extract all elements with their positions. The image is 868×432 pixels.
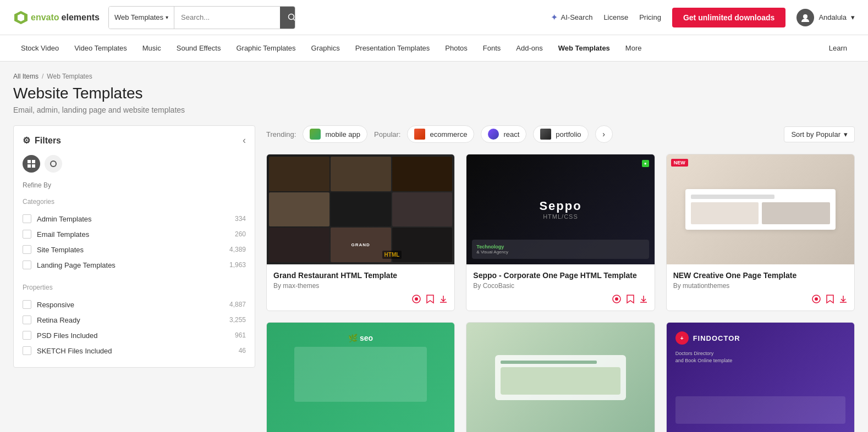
download-button-creative[interactable] bbox=[839, 295, 848, 303]
properties-list: Responsive 4,887 Retina Ready 3,255 PSD … bbox=[23, 297, 246, 358]
download-button-grand[interactable] bbox=[439, 295, 448, 303]
filter-retina[interactable]: Retina Ready 3,255 bbox=[23, 312, 246, 328]
nav-video-templates[interactable]: Video Templates bbox=[67, 35, 135, 62]
psd-checkbox[interactable] bbox=[23, 331, 31, 340]
user-chevron: ▾ bbox=[851, 13, 855, 21]
list-view-button[interactable] bbox=[45, 155, 62, 173]
retina-label: Retina Ready bbox=[37, 316, 80, 324]
search-icon bbox=[288, 13, 295, 22]
preview-button-seppo[interactable] bbox=[612, 294, 622, 304]
findoctor-preview bbox=[675, 396, 845, 424]
tag-mobile-app[interactable]: mobile app bbox=[303, 125, 367, 143]
responsive-checkbox[interactable] bbox=[23, 300, 31, 309]
tag-react[interactable]: react bbox=[481, 125, 526, 143]
bookmark-icon-seppo bbox=[626, 294, 635, 304]
findoctor-header: + FINDOCTOR bbox=[675, 331, 740, 345]
breadcrumb-all-items[interactable]: All Items bbox=[13, 73, 39, 80]
admin-templates-count: 334 bbox=[235, 215, 246, 223]
svg-point-10 bbox=[51, 162, 56, 166]
grid-view-button[interactable] bbox=[23, 155, 40, 173]
landing-templates-label: Landing Page Templates bbox=[37, 261, 116, 269]
bookmark-button-seppo[interactable] bbox=[626, 294, 635, 304]
license-link[interactable]: License bbox=[603, 13, 628, 21]
ai-search[interactable]: ✦ AI-Search bbox=[551, 12, 593, 23]
filter-landing-templates[interactable]: Landing Page Templates 1,963 bbox=[23, 257, 246, 273]
logo[interactable]: envatoelements bbox=[13, 10, 100, 25]
filter-email-templates[interactable]: Email Templates 260 bbox=[23, 226, 246, 242]
card-seo[interactable]: 🌿 seo SEO Landing Page Template By webth… bbox=[266, 322, 455, 432]
sidebar: ⚙ Filters ‹ Refine by Categories Admin T… bbox=[13, 125, 255, 368]
seppo-subtitle: HTML/CSS bbox=[543, 213, 578, 220]
nav-music[interactable]: Music bbox=[135, 35, 169, 62]
list-icon bbox=[50, 160, 57, 168]
nav-sound-effects[interactable]: Sound Effects bbox=[169, 35, 229, 62]
sidebar-close-button[interactable]: ‹ bbox=[243, 135, 246, 146]
preview-button-grand[interactable] bbox=[411, 294, 421, 304]
filter-psd[interactable]: PSD Files Included 961 bbox=[23, 328, 246, 343]
preview-button-creative[interactable] bbox=[811, 294, 821, 304]
sort-button[interactable]: Sort by Popular ▾ bbox=[784, 126, 855, 142]
bookmark-button-grand[interactable] bbox=[426, 294, 435, 304]
user-area[interactable]: Andalula ▾ bbox=[796, 9, 855, 26]
breadcrumb-separator: / bbox=[42, 73, 43, 80]
site-templates-checkbox[interactable] bbox=[23, 245, 31, 254]
download-icon-creative bbox=[839, 295, 848, 303]
search-button[interactable] bbox=[280, 7, 295, 29]
admin-templates-checkbox[interactable] bbox=[23, 214, 31, 223]
card-image-seo: 🌿 seo bbox=[267, 323, 454, 432]
sketch-checkbox[interactable] bbox=[23, 346, 31, 355]
bookmark-button-creative[interactable] bbox=[826, 294, 834, 304]
tag-ecommerce[interactable]: ecommerce bbox=[407, 125, 474, 143]
mobile-app-tag-icon bbox=[310, 129, 321, 140]
filter-responsive[interactable]: Responsive 4,887 bbox=[23, 297, 246, 312]
findoctor-logo-icon: + bbox=[675, 331, 689, 345]
filter-sketch[interactable]: SKETCH Files Included 46 bbox=[23, 343, 246, 358]
card-image-grand: GRAND HTML bbox=[267, 154, 454, 264]
breadcrumb-area: All Items / Web Templates Website Templa… bbox=[0, 62, 868, 114]
user-name: Andalula bbox=[818, 13, 847, 21]
nav-fonts[interactable]: Fonts bbox=[475, 35, 509, 62]
sketch-label: SKETCH Files Included bbox=[37, 347, 112, 355]
card-natural[interactable]: Natural Green Template By greendesign bbox=[466, 322, 655, 432]
tag-portfolio[interactable]: portfolio bbox=[533, 125, 588, 143]
nav-stock-video[interactable]: Stock Video bbox=[13, 35, 67, 62]
nav-learn[interactable]: Learn bbox=[821, 35, 855, 62]
card-body-grand: Grand Restaurant HTML Template By max-th… bbox=[267, 264, 454, 311]
tags-next-button[interactable]: › bbox=[595, 125, 613, 143]
filter-icon: ⚙ bbox=[23, 135, 30, 146]
search-input[interactable] bbox=[174, 7, 280, 29]
eye-icon-creative bbox=[811, 294, 821, 304]
nav-graphic-templates[interactable]: Graphic Templates bbox=[228, 35, 303, 62]
categories-label: Categories bbox=[23, 198, 246, 206]
card-findoctor[interactable]: + FINDOCTOR Doctors Directoryand Book On… bbox=[666, 322, 855, 432]
trending-label: Trending: bbox=[266, 130, 296, 139]
download-button-seppo[interactable] bbox=[639, 295, 648, 303]
pricing-link[interactable]: Pricing bbox=[639, 13, 661, 21]
search-dropdown[interactable]: Web Templates ▾ bbox=[109, 7, 174, 29]
nav-presentation-templates[interactable]: Presentation Templates bbox=[348, 35, 438, 62]
email-templates-checkbox[interactable] bbox=[23, 230, 31, 239]
seppo-title: Seppo bbox=[539, 199, 581, 213]
cta-button[interactable]: Get unlimited downloads bbox=[672, 8, 785, 27]
html-badge: HTML bbox=[382, 251, 402, 259]
filter-site-templates[interactable]: Site Templates 4,389 bbox=[23, 242, 246, 257]
nav-photos[interactable]: Photos bbox=[437, 35, 475, 62]
nav-more[interactable]: More bbox=[618, 35, 650, 62]
filter-admin-templates[interactable]: Admin Templates 334 bbox=[23, 211, 246, 226]
nav-web-templates[interactable]: Web Templates bbox=[551, 35, 618, 62]
retina-checkbox[interactable] bbox=[23, 315, 31, 324]
nav-graphics[interactable]: Graphics bbox=[304, 35, 348, 62]
breadcrumb-current: Web Templates bbox=[47, 73, 92, 80]
nav-addons[interactable]: Add-ons bbox=[508, 35, 550, 62]
landing-templates-checkbox[interactable] bbox=[23, 261, 31, 269]
card-grand-restaurant[interactable]: GRAND HTML Grand Restaurant HTML Templat… bbox=[266, 154, 455, 311]
portfolio-tag-icon bbox=[540, 129, 551, 140]
responsive-count: 4,887 bbox=[229, 301, 246, 308]
card-creative[interactable]: NEW NEW Creative One Page Template By mu… bbox=[666, 154, 855, 311]
card-body-seppo: Seppo - Corporate One Page HTML Template… bbox=[466, 264, 654, 311]
card-mosaic: GRAND bbox=[267, 154, 454, 264]
card-seppo[interactable]: Seppo HTML/CSS Technology & Visual Agenc… bbox=[466, 154, 655, 311]
svg-point-12 bbox=[415, 297, 418, 301]
user-icon bbox=[800, 13, 810, 23]
sidebar-header: ⚙ Filters ‹ bbox=[23, 135, 246, 146]
